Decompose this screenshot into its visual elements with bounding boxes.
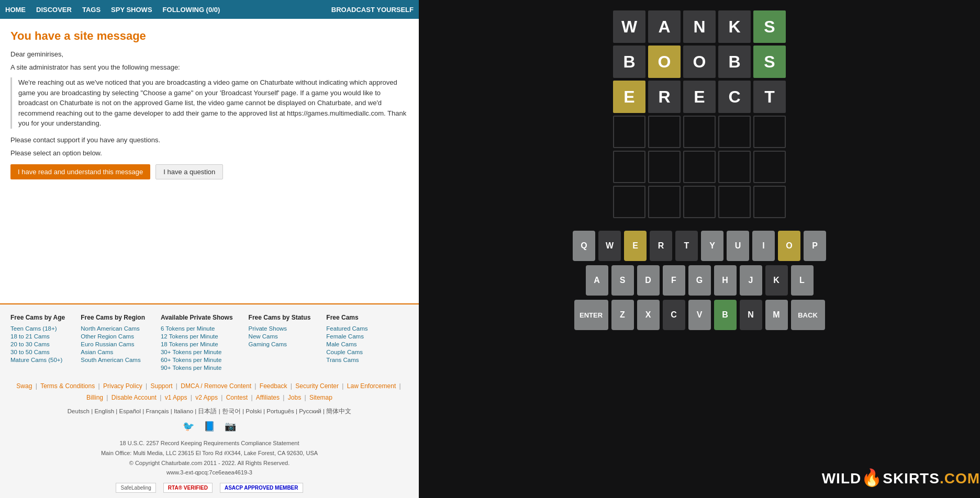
key-b[interactable]: B [714,300,737,330]
key-g[interactable]: G [688,265,711,296]
key-r[interactable]: R [650,231,672,261]
footer-col-link[interactable]: Other Region Cams [81,333,145,339]
key-l[interactable]: L [791,265,814,296]
key-p[interactable]: P [804,231,826,261]
nav-spy-shows[interactable]: SPY SHOWS [111,6,152,14]
instagram-icon[interactable]: 📷 [225,421,236,432]
footer-link[interactable]: Terms & Conditions [40,382,95,390]
footer-col-link[interactable]: 30 to 50 Cams [10,349,65,355]
footer-col-link[interactable]: South American Cams [81,357,145,363]
facebook-icon[interactable]: 📘 [204,421,215,432]
key-s[interactable]: S [611,265,634,296]
key-v[interactable]: V [688,300,711,330]
footer-lang[interactable]: Português [266,408,294,414]
footer-col-link[interactable]: 30+ Tokens per Minute [161,349,233,355]
footer-lang[interactable]: 한국어 [222,408,241,414]
footer-link[interactable]: v2 Apps [195,394,218,401]
key-c[interactable]: C [663,300,685,330]
footer-col-link[interactable]: Female Cams [326,333,368,339]
footer-col-link[interactable]: Mature Cams (50+) [10,357,65,363]
key-o[interactable]: O [778,231,800,261]
nav-home[interactable]: HOME [5,6,26,14]
game-tile-5-0 [613,186,645,218]
footer-lang[interactable]: English [94,408,114,414]
footer-link[interactable]: Billing [86,394,103,401]
key-enter[interactable]: ENTER [574,300,608,330]
game-panel: WANKSBOOBSERECT QWERTYUIOPASDFGHJKLENTER… [419,0,980,498]
footer-col-link[interactable]: 60+ Tokens per Minute [161,357,233,363]
footer-link[interactable]: DMCA / Remove Content [181,382,251,390]
key-row: ASDFGHJKL [586,265,814,296]
btn-question[interactable]: I have a question [155,164,223,179]
message-intro: A site administrator has sent you the fo… [10,63,408,71]
footer-link[interactable]: Sitemap [309,394,332,401]
key-u[interactable]: U [727,231,749,261]
nav-following[interactable]: FOLLOWING (0/0) [163,6,220,14]
footer-col-link[interactable]: Gaming Cams [249,341,311,347]
footer-link[interactable]: v1 Apps [165,394,187,401]
key-j[interactable]: J [740,265,762,296]
footer-lang[interactable]: Español [119,408,141,414]
key-e[interactable]: E [624,231,647,261]
footer-link[interactable]: Privacy Policy [103,382,142,390]
key-k[interactable]: K [765,265,788,296]
game-tile-5-3 [718,186,751,218]
key-a[interactable]: A [586,265,608,296]
nav-tags[interactable]: TAGS [82,6,101,14]
footer-col-link[interactable]: 6 Tokens per Minute [161,325,233,332]
footer-col-link[interactable]: Featured Cams [326,325,368,332]
key-z[interactable]: Z [611,300,634,330]
game-tile-4-4 [753,151,786,183]
key-t[interactable]: T [675,231,698,261]
footer-link[interactable]: Feedback [260,382,287,390]
link-separator: | [219,394,225,401]
footer-link[interactable]: Law Enforcement [347,382,396,390]
footer-col-link[interactable]: Teen Cams (18+) [10,325,65,332]
footer-link[interactable]: Support [150,382,172,390]
key-back[interactable]: BACK [791,300,825,330]
footer-lang[interactable]: 日本語 [198,408,217,414]
footer-col-link[interactable]: New Cams [249,333,311,339]
game-tile-3-0 [613,116,645,148]
key-w[interactable]: W [598,231,621,261]
key-n[interactable]: N [740,300,762,330]
footer-col-link[interactable]: 18 Tokens per Minute [161,341,233,347]
key-m[interactable]: M [765,300,788,330]
game-tile-1-3: B [718,46,751,78]
key-f[interactable]: F [663,265,685,296]
game-tile-3-4 [753,116,786,148]
footer-link[interactable]: Contest [226,394,248,401]
key-h[interactable]: H [714,265,737,296]
btn-read-message[interactable]: I have read and understand this message [10,164,150,179]
footer-link[interactable]: Disable Account [112,394,157,401]
footer-lang[interactable]: Français [146,408,169,414]
footer-link[interactable]: Security Center [295,382,339,390]
footer-col-link[interactable]: Male Cams [326,341,368,347]
footer-link[interactable]: Jobs [288,394,301,401]
key-y[interactable]: Y [701,231,723,261]
footer-col-link[interactable]: 18 to 21 Cams [10,333,65,339]
footer-col-link[interactable]: Trans Cams [326,357,368,363]
footer-col-link[interactable]: Asian Cams [81,349,145,355]
footer-lang[interactable]: Italiano [174,408,193,414]
footer-col-link[interactable]: 12 Tokens per Minute [161,333,233,339]
key-x[interactable]: X [637,300,660,330]
footer-lang[interactable]: Polski [246,408,262,414]
footer-link[interactable]: Swag [16,382,32,390]
footer-col-link[interactable]: Couple Cams [326,349,368,355]
footer-col-link[interactable]: 90+ Tokens per Minute [161,365,233,371]
twitter-icon[interactable]: 🐦 [183,421,194,432]
key-d[interactable]: D [637,265,660,296]
footer-col-link[interactable]: Private Shows [249,325,311,332]
nav-discover[interactable]: DISCOVER [36,6,72,14]
footer-lang[interactable]: Русский [299,408,321,414]
footer-link[interactable]: Affiliates [256,394,280,401]
footer-lang[interactable]: Deutsch [68,408,90,414]
key-i[interactable]: I [752,231,775,261]
nav-broadcast[interactable]: BROADCAST YOURSELF [331,6,414,14]
key-q[interactable]: Q [573,231,595,261]
footer-col-link[interactable]: Euro Russian Cams [81,341,145,347]
footer-col-link[interactable]: 20 to 30 Cams [10,341,65,347]
footer-lang[interactable]: 簡体中文 [326,408,351,414]
footer-col-link[interactable]: North American Cams [81,325,145,332]
